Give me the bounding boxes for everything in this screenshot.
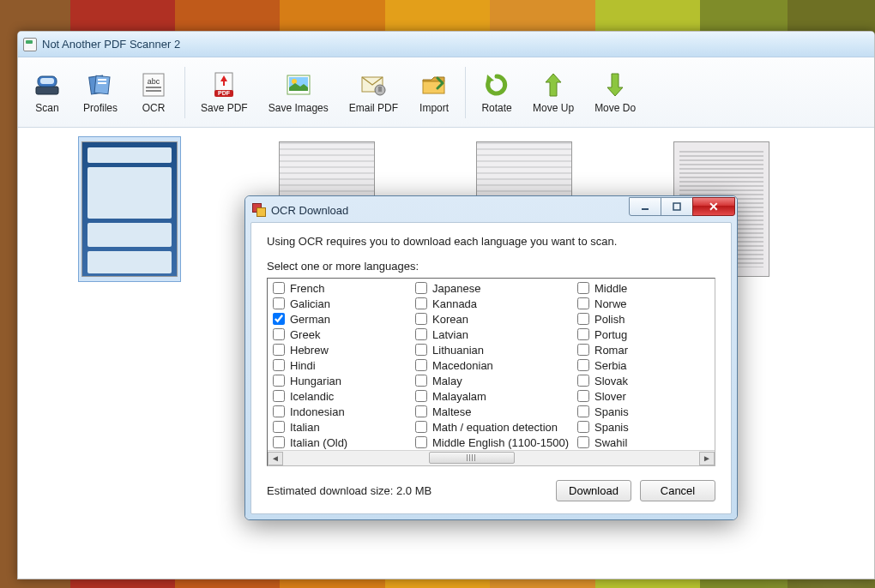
language-label: Spanis <box>594 405 629 418</box>
language-checkbox-item[interactable]: Italian <box>271 419 407 435</box>
save-images-label: Save Images <box>269 102 329 114</box>
language-checkbox[interactable] <box>577 405 589 417</box>
language-checkbox-item[interactable]: Serbia <box>576 357 711 373</box>
arrow-down-icon <box>601 71 629 99</box>
rotate-button[interactable]: Rotate <box>473 66 521 119</box>
dialog-titlebar[interactable]: OCR Download ✕ <box>250 201 732 222</box>
minimize-button[interactable] <box>629 197 661 216</box>
scroll-left-arrow[interactable]: ◄ <box>268 452 283 465</box>
language-checkbox-item[interactable]: Hebrew <box>271 342 407 357</box>
language-checkbox-item[interactable]: Slover <box>576 388 711 404</box>
language-checkbox-item[interactable]: Middle <box>576 280 711 296</box>
language-checkbox[interactable] <box>273 405 285 417</box>
language-checkbox-item[interactable]: Romar <box>576 342 711 357</box>
language-checkbox[interactable] <box>273 313 285 325</box>
language-list[interactable]: FrenchGalicianGermanGreekHebrewHindiHung… <box>267 278 715 466</box>
language-checkbox-item[interactable]: Portug <box>576 327 711 342</box>
page-preview <box>81 141 178 277</box>
language-checkbox-item[interactable]: Math / equation detection <box>413 419 569 435</box>
profiles-button[interactable]: Profiles <box>75 66 126 119</box>
language-checkbox-item[interactable]: Greek <box>271 327 407 342</box>
language-checkbox[interactable] <box>415 359 427 371</box>
language-checkbox[interactable] <box>577 359 589 371</box>
language-checkbox[interactable] <box>273 359 285 371</box>
language-checkbox[interactable] <box>273 421 285 433</box>
move-up-button[interactable]: Move Up <box>524 66 582 119</box>
download-button[interactable]: Download <box>556 480 631 501</box>
app-titlebar[interactable]: Not Another PDF Scanner 2 <box>18 32 874 57</box>
language-checkbox[interactable] <box>415 344 427 356</box>
close-button[interactable]: ✕ <box>692 197 735 216</box>
language-checkbox-item[interactable]: Macedonian <box>413 357 569 373</box>
language-checkbox[interactable] <box>415 390 427 402</box>
language-checkbox[interactable] <box>273 375 285 387</box>
language-checkbox[interactable] <box>415 313 427 325</box>
language-checkbox-item[interactable]: Malayalam <box>413 388 569 404</box>
scroll-right-arrow[interactable]: ► <box>699 452 715 465</box>
language-checkbox-item[interactable]: Norwe <box>576 296 711 311</box>
language-checkbox-item[interactable]: Icelandic <box>271 388 407 404</box>
language-checkbox[interactable] <box>415 436 427 448</box>
language-checkbox[interactable] <box>415 328 427 340</box>
language-checkbox[interactable] <box>577 297 589 309</box>
language-checkbox[interactable] <box>273 328 285 340</box>
language-checkbox[interactable] <box>273 282 285 294</box>
language-checkbox[interactable] <box>415 405 427 417</box>
language-checkbox[interactable] <box>577 375 589 387</box>
language-checkbox[interactable] <box>577 282 589 294</box>
horizontal-scrollbar[interactable]: ◄ ► <box>268 450 715 465</box>
language-checkbox-item[interactable]: Polish <box>576 311 711 327</box>
language-checkbox-item[interactable]: Hindi <box>271 357 407 373</box>
language-checkbox[interactable] <box>577 328 589 340</box>
language-checkbox-item[interactable]: Maltese <box>413 404 569 419</box>
language-checkbox[interactable] <box>273 390 285 402</box>
language-checkbox-item[interactable]: Middle English (1100-1500) <box>413 435 569 450</box>
language-checkbox-item[interactable]: Latvian <box>413 327 569 342</box>
language-checkbox-item[interactable]: Kannada <box>413 296 569 311</box>
language-checkbox[interactable] <box>415 375 427 387</box>
language-label: Romar <box>594 344 628 357</box>
ocr-button[interactable]: abc OCR <box>130 66 178 119</box>
language-checkbox-item[interactable]: Slovak <box>576 373 711 388</box>
language-checkbox[interactable] <box>273 297 285 309</box>
language-checkbox-item[interactable]: Spanis <box>576 419 711 435</box>
language-checkbox-item[interactable]: Spanis <box>576 404 711 419</box>
rotate-label: Rotate <box>481 102 511 114</box>
language-checkbox-item[interactable]: Hungarian <box>271 373 407 388</box>
email-pdf-button[interactable]: Email PDF <box>341 66 407 119</box>
language-checkbox[interactable] <box>273 344 285 356</box>
language-checkbox-item[interactable]: Lithuanian <box>413 342 569 357</box>
language-checkbox-item[interactable]: Japanese <box>413 280 569 296</box>
move-down-button[interactable]: Move Do <box>586 66 644 119</box>
import-button[interactable]: Import <box>410 66 458 119</box>
language-checkbox[interactable] <box>415 297 427 309</box>
language-checkbox[interactable] <box>577 390 589 402</box>
language-label: Greek <box>290 328 320 341</box>
language-checkbox-item[interactable]: Galician <box>271 296 407 311</box>
language-checkbox-item[interactable]: Italian (Old) <box>271 435 407 450</box>
move-down-label: Move Do <box>594 102 636 114</box>
language-checkbox[interactable] <box>415 421 427 433</box>
language-checkbox-item[interactable]: French <box>271 280 407 296</box>
language-checkbox-item[interactable]: Indonesian <box>271 404 407 419</box>
save-pdf-button[interactable]: PDF Save PDF <box>192 66 256 119</box>
page-thumbnail[interactable] <box>78 136 181 282</box>
toolbar-separator <box>465 67 466 118</box>
language-checkbox[interactable] <box>415 282 427 294</box>
language-checkbox-item[interactable]: Swahil <box>576 435 711 450</box>
language-checkbox[interactable] <box>577 421 589 433</box>
language-checkbox[interactable] <box>577 344 589 356</box>
scroll-track[interactable] <box>283 452 699 465</box>
language-checkbox[interactable] <box>577 436 589 448</box>
language-checkbox-item[interactable]: Malay <box>413 373 569 388</box>
maximize-button[interactable] <box>661 197 693 216</box>
language-checkbox[interactable] <box>577 313 589 325</box>
cancel-button[interactable]: Cancel <box>640 480 715 501</box>
dialog-intro-text: Using OCR requires you to download each … <box>267 235 715 248</box>
save-images-button[interactable]: Save Images <box>260 66 337 119</box>
scroll-thumb[interactable] <box>429 452 515 464</box>
language-checkbox[interactable] <box>273 436 285 448</box>
scan-button[interactable]: Scan <box>23 66 71 119</box>
language-checkbox-item[interactable]: Korean <box>413 311 569 327</box>
language-checkbox-item[interactable]: German <box>271 311 407 327</box>
